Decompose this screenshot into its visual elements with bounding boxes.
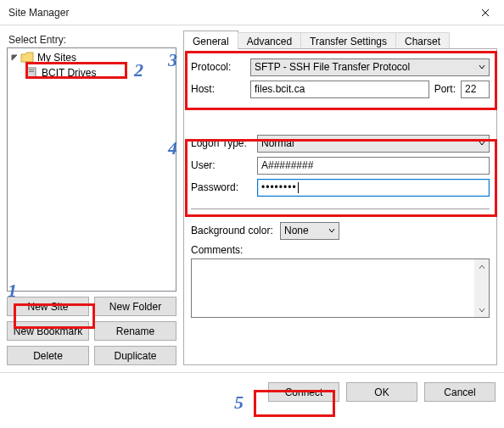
site-tree[interactable]: My Sites BCIT Drives xyxy=(7,47,176,292)
comments-label: Comments: xyxy=(191,244,243,256)
port-input[interactable] xyxy=(461,81,490,98)
tab-bar: General Advanced Transfer Settings Chars… xyxy=(183,31,497,49)
password-label: Password: xyxy=(191,181,257,193)
divider xyxy=(191,208,490,209)
tab-transfer[interactable]: Transfer Settings xyxy=(300,32,396,49)
chevron-down-icon xyxy=(479,140,485,147)
tree-item-label: BCIT Drives xyxy=(42,67,96,79)
protocol-label: Protocol: xyxy=(191,61,250,73)
cancel-button[interactable]: Cancel xyxy=(424,382,496,402)
folder-icon xyxy=(20,52,34,64)
logon-type-value: Normal xyxy=(261,137,294,149)
host-label: Host: xyxy=(191,83,250,95)
bgcolor-label: Background color: xyxy=(191,225,280,236)
footer: Connect OK Cancel xyxy=(0,372,504,411)
svg-rect-0 xyxy=(27,68,36,78)
svg-rect-2 xyxy=(29,71,34,72)
general-panel: Protocol: SFTP - SSH File Transfer Proto… xyxy=(183,48,497,365)
titlebar: Site Manager xyxy=(0,0,504,25)
bgcolor-select[interactable]: None xyxy=(280,222,339,240)
duplicate-button[interactable]: Duplicate xyxy=(94,346,176,365)
host-input[interactable] xyxy=(250,81,429,98)
server-icon xyxy=(26,67,38,79)
bgcolor-value: None xyxy=(284,225,309,236)
protocol-value: SFTP - SSH File Transfer Protocol xyxy=(255,61,410,73)
tree-root-label: My Sites xyxy=(37,52,76,64)
tab-charset[interactable]: Charset xyxy=(395,32,450,49)
connect-button[interactable]: Connect xyxy=(268,382,339,402)
select-entry-label: Select Entry: xyxy=(8,34,176,46)
logon-type-label: Logon Type: xyxy=(191,137,257,149)
scroll-up-icon[interactable] xyxy=(474,259,489,274)
password-input[interactable]: •••••••• xyxy=(257,179,490,197)
ok-button[interactable]: OK xyxy=(346,382,417,402)
chevron-down-icon xyxy=(328,227,335,234)
port-label: Port: xyxy=(434,83,456,95)
scroll-down-icon[interactable] xyxy=(474,303,489,317)
password-value: •••••••• xyxy=(261,181,297,193)
tree-root[interactable]: My Sites xyxy=(8,50,176,65)
logon-type-select[interactable]: Normal xyxy=(257,135,490,153)
tab-advanced[interactable]: Advanced xyxy=(238,32,301,49)
window-title: Site Manager xyxy=(8,7,466,19)
collapse-icon[interactable] xyxy=(9,53,19,63)
scrollbar[interactable] xyxy=(474,259,489,317)
comments-field[interactable] xyxy=(191,258,490,318)
user-input[interactable] xyxy=(257,157,490,175)
rename-button[interactable]: Rename xyxy=(94,321,176,341)
delete-button[interactable]: Delete xyxy=(7,346,89,365)
new-bookmark-button[interactable]: New Bookmark xyxy=(7,321,89,341)
new-site-button[interactable]: New Site xyxy=(7,297,89,316)
close-icon xyxy=(481,8,490,17)
user-label: User: xyxy=(191,159,257,171)
protocol-select[interactable]: SFTP - SSH File Transfer Protocol xyxy=(250,58,490,76)
chevron-down-icon xyxy=(479,64,485,70)
new-folder-button[interactable]: New Folder xyxy=(94,297,176,316)
tree-item-bcit[interactable]: BCIT Drives xyxy=(8,65,176,81)
close-button[interactable] xyxy=(466,0,504,25)
tab-general[interactable]: General xyxy=(183,31,238,49)
svg-rect-1 xyxy=(29,69,34,70)
